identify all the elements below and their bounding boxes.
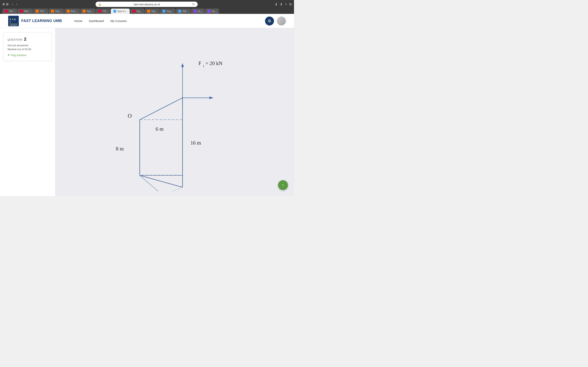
back-button[interactable]: ‹ [11,2,14,7]
tab-12[interactable]: Ho... [191,8,205,14]
question-marks: Marked out of 50.00 [8,48,48,51]
svg-rect-5 [9,24,17,24]
avatar-image [277,17,286,25]
settings-button[interactable]: ⚙ [265,17,274,25]
browser-chrome: ‹ › 🔒 fast.mercubuana.ac.id ↻ ⬇ ⬆ + ⧉ 70… [0,0,294,14]
nav-courses[interactable]: My Courses [111,17,127,24]
logo-area: F A S T LEARNING FAST LEARNING UMB [8,16,62,26]
browser-actions: ⬇ ⬆ + ⧉ [275,2,292,6]
page: F A S T LEARNING FAST LEARNING UMB Home … [0,14,294,196]
tab-favicon-13 [208,10,210,13]
tab-10[interactable]: Sing... [160,8,175,14]
lock-icon: 🔒 [98,3,101,6]
svg-text:F: F [199,60,201,66]
logo-icon: F A S T LEARNING [8,16,19,26]
content-area: QUESTION 2 Not yet answered Marked out o… [0,28,294,196]
svg-text:LEARNING: LEARNING [10,25,17,26]
tab-favicon-12 [194,10,196,13]
svg-marker-10 [209,96,214,99]
address-bar[interactable]: 🔒 fast.mercubuana.ac.id ↻ [95,2,198,7]
site-header: F A S T LEARNING FAST LEARNING UMB Home … [0,14,294,28]
tab-6[interactable]: 702... [96,8,111,14]
svg-line-15 [140,175,182,187]
reload-icon[interactable]: ↻ [192,3,195,6]
tab-label-10: Sing... [167,10,173,12]
tab-favicon-10 [163,10,165,13]
forward-button[interactable]: › [15,2,18,7]
tab-9[interactable]: Star... [145,8,160,14]
tab-favicon-3 [51,10,54,13]
svg-text:T: T [9,21,11,24]
sidebar: QUESTION 2 Not yet answered Marked out o… [0,28,55,196]
new-tab-icon[interactable]: + [285,2,287,6]
svg-text:6 m: 6 m [156,126,164,132]
question-status: Not yet answered [8,44,48,47]
tab-2[interactable]: TikT... [33,8,48,14]
browser-tabs: 702... With... TikT... Ship... Boru... E… [2,8,292,14]
main-nav: Home Dashboard My Courses [74,17,265,24]
tab-4[interactable]: Boru... [64,8,80,14]
tab-label-0: 702... [9,10,15,12]
tab-label-6: 702... [103,10,108,12]
diagram-area: F 1 = 20 kN [55,28,294,196]
tab-favicon-6 [98,10,101,13]
tab-favicon-5 [83,10,86,13]
svg-line-17 [140,175,163,191]
tab-3[interactable]: Ship... [49,8,64,14]
tab-7-active[interactable]: Quiz 4 (... [111,8,130,14]
window-controls [2,3,9,6]
diagram-svg: F 1 = 20 kN [59,32,290,191]
svg-marker-8 [181,63,184,67]
tab-label-13: Ho... [212,10,216,12]
url-text: fast.mercubuana.ac.id [103,3,191,6]
tab-label-8: Nar... [137,10,142,12]
question-number: 2 [24,36,26,42]
tab-favicon-4 [67,10,70,13]
flag-question-link[interactable]: ⚑ Flag question [8,54,48,57]
svg-text:S: S [14,18,16,21]
tab-1[interactable]: With... [17,8,33,14]
logo-text: FAST LEARNING UMB [21,19,62,23]
tab-label-9: Star... [151,10,157,12]
tab-5[interactable]: Epis... [80,8,95,14]
svg-text:F: F [9,18,11,21]
tab-13[interactable]: Ho... [205,8,219,14]
question-label: QUESTION [8,38,22,41]
avatar[interactable] [277,17,286,25]
flag-icon: ⚑ [8,54,10,57]
tab-favicon-0 [5,10,8,13]
tab-favicon-7 [113,10,116,13]
tab-label-12: Ho... [198,10,202,12]
tab-favicon-9 [147,10,150,13]
scroll-up-icon: ↑ [282,183,284,188]
header-right: ⚙ [265,17,286,25]
tab-label-4: Boru... [71,10,77,12]
share-icon[interactable]: ⬆ [280,2,283,6]
tab-favicon-1 [20,10,23,13]
svg-text:8 m: 8 m [116,146,124,151]
question-card: QUESTION 2 Not yet answered Marked out o… [3,32,52,61]
tab-label-7: Quiz 4 (... [117,10,127,12]
svg-text:= 20 kN: = 20 kN [205,60,222,66]
tab-label-2: TikT... [40,10,46,12]
svg-text:1: 1 [203,64,204,68]
svg-text:16 m: 16 m [190,140,201,146]
tab-11[interactable]: SIM... [176,8,191,14]
tab-favicon-8 [132,10,135,13]
tab-0[interactable]: 702... [2,8,17,14]
tab-favicon-2 [36,10,39,13]
nav-dashboard[interactable]: Dashboard [89,17,104,24]
tab-label-3: Ship... [55,10,61,12]
window-btn-1[interactable] [2,3,5,6]
download-icon[interactable]: ⬇ [275,2,277,6]
question-header: QUESTION 2 [8,36,48,42]
nav-arrows: ‹ › [11,2,18,7]
window-btn-2[interactable] [6,3,9,6]
scroll-to-top-button[interactable]: ↑ [278,180,288,190]
browser-toolbar: ‹ › 🔒 fast.mercubuana.ac.id ↻ ⬇ ⬆ + ⧉ [2,2,292,7]
tab-label-1: With... [24,10,30,12]
tab-label-5: Epis... [87,10,93,12]
nav-home[interactable]: Home [74,17,82,24]
tab-8[interactable]: Nar... [130,8,144,14]
tabs-icon[interactable]: ⧉ [289,2,292,6]
